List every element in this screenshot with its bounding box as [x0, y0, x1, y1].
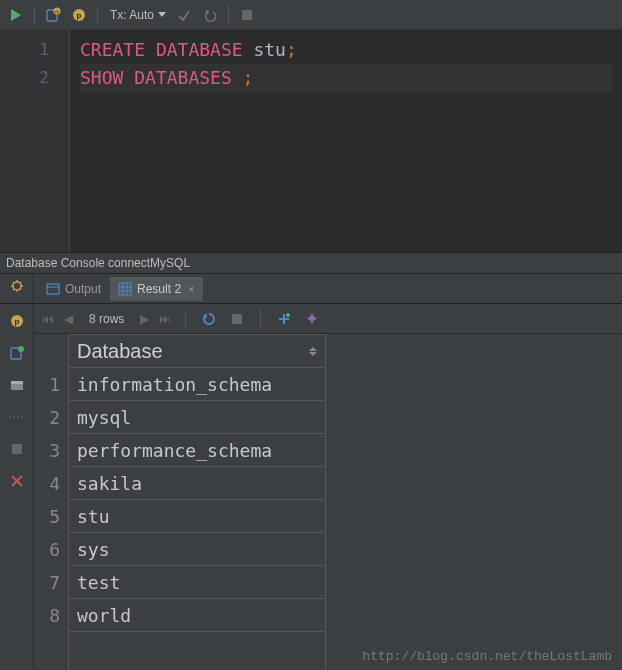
results-pane: p ⏮ ◀ 8 rows ▶ ⏭ 12345678 Database: [0, 304, 622, 670]
table-cell[interactable]: test: [69, 566, 325, 599]
svg-text:p: p: [77, 11, 82, 20]
commit-button[interactable]: [172, 3, 196, 27]
line-number: 1: [0, 36, 69, 64]
result-tabs-row: Output Result 2 ×: [0, 274, 622, 304]
sort-indicator-icon[interactable]: [309, 347, 317, 356]
rollback-button[interactable]: [198, 3, 222, 27]
console-title-label: Database Console connectMySQL: [6, 256, 190, 270]
results-toolbar: ⏮ ◀ 8 rows ▶ ⏭: [34, 304, 622, 334]
properties-icon[interactable]: p: [6, 310, 28, 332]
table-cell[interactable]: information_schema: [69, 368, 325, 401]
sql-editor[interactable]: 12 CREATE DATABASE stu;SHOW DATABASES ;: [0, 30, 622, 252]
tab-result-label: Result 2: [137, 282, 181, 296]
table-cell[interactable]: world: [69, 599, 325, 632]
pin-button[interactable]: [303, 310, 321, 328]
row-number: 2: [34, 401, 68, 434]
row-number: 6: [34, 533, 68, 566]
stop-small-button[interactable]: [228, 310, 246, 328]
prev-page-button[interactable]: ◀: [64, 312, 73, 326]
first-page-button[interactable]: ⏮: [42, 312, 54, 326]
table-cell[interactable]: stu: [69, 500, 325, 533]
stop-button[interactable]: [235, 3, 259, 27]
cancel-icon[interactable]: [6, 470, 28, 492]
line-number: 2: [0, 64, 69, 92]
column-header[interactable]: Database: [69, 334, 325, 368]
tab-result[interactable]: Result 2 ×: [110, 277, 202, 301]
row-number: 3: [34, 434, 68, 467]
column-database: Database information_schemamysqlperforma…: [68, 334, 326, 670]
result-grid[interactable]: 12345678 Database information_schemamysq…: [34, 334, 622, 670]
rows-count-label: 8 rows: [89, 312, 124, 326]
row-number: 1: [34, 368, 68, 401]
tx-mode-dropdown[interactable]: Tx: Auto: [110, 8, 166, 22]
table-cell[interactable]: mysql: [69, 401, 325, 434]
tab-output-label: Output: [65, 282, 101, 296]
svg-rect-27: [232, 314, 242, 324]
svg-rect-7: [242, 10, 252, 20]
code-line[interactable]: CREATE DATABASE stu;: [80, 36, 612, 64]
row-number: 7: [34, 566, 68, 599]
separator: [228, 6, 229, 24]
last-page-button[interactable]: ⏭: [159, 312, 171, 326]
add-row-button[interactable]: [275, 310, 293, 328]
dump-icon[interactable]: [6, 374, 28, 396]
svg-point-19: [18, 346, 24, 352]
row-number: 8: [34, 599, 68, 632]
separator: [260, 310, 261, 328]
output-icon: [46, 282, 60, 296]
divider-icon: [6, 406, 28, 428]
reload-button[interactable]: [200, 310, 218, 328]
grid-icon: [118, 282, 132, 296]
execute-script-button[interactable]: ⟳: [41, 3, 65, 27]
editor-code[interactable]: CREATE DATABASE stu;SHOW DATABASES ;: [70, 30, 622, 252]
table-cell[interactable]: sys: [69, 533, 325, 566]
svg-rect-23: [12, 444, 22, 454]
execute-icon[interactable]: [6, 342, 28, 364]
tab-output[interactable]: Output: [38, 277, 109, 301]
svg-rect-21: [11, 381, 23, 384]
svg-marker-0: [11, 9, 21, 21]
table-cell[interactable]: performance_schema: [69, 434, 325, 467]
stop-icon[interactable]: [6, 438, 28, 460]
settings-icon[interactable]: [9, 278, 25, 297]
svg-rect-11: [119, 283, 131, 295]
console-title: Database Console connectMySQL: [0, 252, 622, 274]
editor-gutter: 12: [0, 30, 70, 252]
run-button[interactable]: [4, 3, 28, 27]
svg-point-30: [286, 313, 290, 317]
svg-rect-9: [47, 284, 59, 294]
results-body: ⏮ ◀ 8 rows ▶ ⏭ 12345678 Database: [34, 304, 622, 670]
close-icon[interactable]: ×: [188, 283, 194, 295]
vertical-toolbar: p: [0, 304, 34, 670]
svg-text:p: p: [14, 317, 19, 326]
row-number: 5: [34, 500, 68, 533]
chevron-down-icon: [158, 12, 166, 17]
separator: [97, 6, 98, 24]
table-cell[interactable]: sakila: [69, 467, 325, 500]
separator: [185, 310, 186, 328]
top-toolbar: ⟳ p Tx: Auto: [0, 0, 622, 30]
result-tabs: Output Result 2 ×: [34, 274, 204, 303]
separator: [34, 6, 35, 24]
next-page-button[interactable]: ▶: [140, 312, 149, 326]
left-tool-gutter: [0, 274, 34, 303]
tx-mode-label: Tx: Auto: [110, 8, 154, 22]
svg-point-8: [13, 282, 21, 290]
row-number: 4: [34, 467, 68, 500]
column-header-label: Database: [77, 340, 163, 363]
code-line[interactable]: SHOW DATABASES ;: [80, 64, 612, 92]
row-numbers: 12345678: [34, 334, 68, 670]
properties-button[interactable]: p: [67, 3, 91, 27]
